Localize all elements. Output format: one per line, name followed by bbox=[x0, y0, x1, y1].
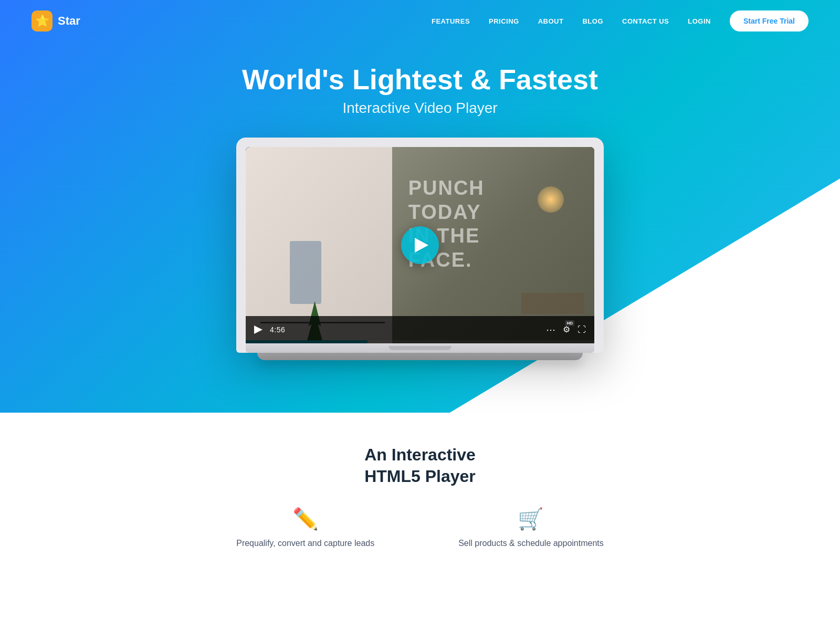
video-desk-items bbox=[521, 293, 584, 314]
nav-blog[interactable]: BLOG bbox=[582, 17, 603, 25]
laptop-base bbox=[246, 343, 594, 353]
nav-login[interactable]: LOGIN bbox=[688, 17, 711, 25]
nav-contact[interactable]: CONTACT US bbox=[622, 17, 669, 25]
video-lamp bbox=[538, 186, 564, 213]
feature-leads: ✏️ Prequalify, convert and capture leads bbox=[236, 507, 374, 548]
video-player[interactable]: PUNCH TODAY IN THE FACE. bbox=[246, 147, 594, 343]
logo-text: Star bbox=[58, 14, 80, 28]
fullscreen-icon[interactable]: ⛶ bbox=[578, 325, 586, 334]
video-controls-bar: 4:56 ⋯ ⚙ HD ⛶ bbox=[246, 316, 594, 343]
bottom-title: An Interactive HTML5 Player bbox=[0, 444, 840, 488]
laptop: PUNCH TODAY IN THE FACE. bbox=[236, 138, 604, 360]
sell-icon: 🛒 bbox=[518, 507, 544, 531]
logo-area: ⭐ Star bbox=[32, 10, 80, 32]
settings-icon[interactable]: ⚙ HD bbox=[563, 324, 570, 334]
leads-text: Prequalify, convert and capture leads bbox=[236, 539, 374, 548]
nav-pricing[interactable]: PRICING bbox=[489, 17, 519, 25]
laptop-screen: PUNCH TODAY IN THE FACE. bbox=[246, 147, 594, 343]
header: ⭐ Star FEATURES PRICING ABOUT BLOG CONTA… bbox=[0, 0, 840, 42]
video-person bbox=[290, 241, 321, 304]
start-trial-button[interactable]: Start Free Trial bbox=[730, 10, 808, 32]
page: ⭐ Star FEATURES PRICING ABOUT BLOG CONTA… bbox=[0, 0, 840, 630]
play-icon bbox=[415, 238, 428, 253]
video-left-panel bbox=[246, 147, 392, 343]
play-button-overlay[interactable] bbox=[401, 226, 439, 264]
nav-features[interactable]: FEATURES bbox=[432, 17, 470, 25]
logo-star-icon: ⭐ bbox=[35, 14, 49, 28]
leads-icon: ✏️ bbox=[292, 507, 319, 531]
laptop-mockup: PUNCH TODAY IN THE FACE. bbox=[236, 138, 604, 360]
share-icon[interactable]: ⋯ bbox=[546, 324, 555, 335]
play-control-icon[interactable] bbox=[254, 326, 262, 334]
hero-content: World's Lightest & Fastest Interactive V… bbox=[0, 0, 840, 360]
laptop-notch bbox=[388, 346, 452, 350]
sell-text: Sell products & schedule appointments bbox=[458, 539, 604, 548]
feature-sell: 🛒 Sell products & schedule appointments bbox=[458, 507, 604, 548]
features-row: ✏️ Prequalify, convert and capture leads… bbox=[0, 507, 840, 548]
logo-icon: ⭐ bbox=[32, 10, 52, 32]
hero-title: World's Lightest & Fastest bbox=[242, 63, 598, 96]
bottom-section: An Interactive HTML5 Player ✏️ Prequalif… bbox=[0, 413, 840, 569]
hd-badge: HD bbox=[565, 320, 574, 326]
laptop-foot bbox=[257, 353, 583, 360]
main-nav: FEATURES PRICING ABOUT BLOG CONTACT US L… bbox=[432, 10, 808, 32]
video-time: 4:56 bbox=[270, 326, 285, 334]
nav-about[interactable]: ABOUT bbox=[538, 17, 564, 25]
hero-subtitle: Interactive Video Player bbox=[342, 100, 497, 117]
laptop-body: PUNCH TODAY IN THE FACE. bbox=[236, 138, 604, 353]
